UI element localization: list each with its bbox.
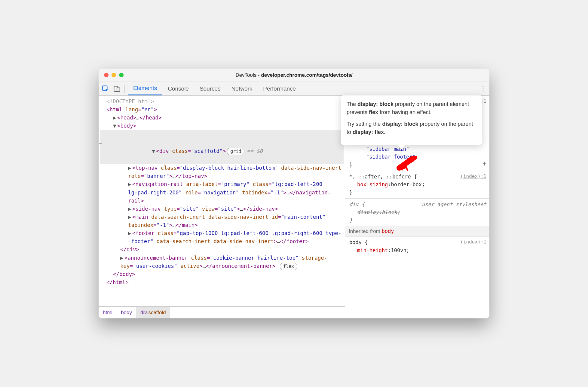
tooltip-paragraph-1: The display: block property on the paren… bbox=[347, 100, 476, 116]
annotation-arrow-icon bbox=[396, 156, 417, 175]
doctype-node[interactable]: <!DOCTYPE html> bbox=[100, 98, 344, 106]
navrail-node[interactable]: ▶<navigation-rail aria-label="primary" c… bbox=[100, 180, 344, 205]
rule-selector[interactable]: body { bbox=[349, 238, 368, 246]
tab-sources[interactable]: Sources bbox=[195, 82, 225, 95]
tooltip-paragraph-2: Try setting the display: block property … bbox=[347, 120, 476, 136]
rule-source-ua: user agent stylesheet bbox=[422, 200, 486, 208]
rule-body[interactable]: body { (index):1 min-height: 100vh; bbox=[345, 237, 489, 256]
crumb-div-scaffold[interactable]: div.scaffold bbox=[136, 307, 170, 318]
window-title-prefix: DevTools - bbox=[235, 72, 261, 78]
window-title: DevTools - developer.chrome.com/tags/dev… bbox=[99, 72, 489, 78]
rule-close: } bbox=[349, 189, 486, 197]
crumb-html[interactable]: html bbox=[99, 307, 117, 318]
titlebar: DevTools - developer.chrome.com/tags/dev… bbox=[99, 69, 489, 82]
eq-dollar-zero: == $0 bbox=[247, 148, 263, 154]
elements-panel: <!DOCTYPE html> <html lang="en"> ▶<head>… bbox=[99, 96, 345, 318]
breadcrumb: html body div.scaffold bbox=[99, 306, 345, 318]
body-close-node[interactable]: </body> bbox=[100, 270, 344, 278]
prop-min-height[interactable]: min-height: 100vh; bbox=[349, 246, 486, 254]
window-title-url: developer.chrome.com/tags/devtools/ bbox=[261, 72, 352, 78]
divider bbox=[124, 85, 125, 93]
sidenav-node[interactable]: ▶<side-nav type="site" view="site">…</si… bbox=[100, 205, 344, 213]
html-close-node[interactable]: </html> bbox=[100, 278, 344, 286]
tab-performance[interactable]: Performance bbox=[258, 82, 301, 95]
inherited-from-element[interactable]: body bbox=[382, 228, 394, 234]
rule-close: } bbox=[349, 161, 486, 169]
tab-elements[interactable]: Elements bbox=[128, 82, 162, 95]
device-toolbar-icon[interactable] bbox=[113, 85, 121, 93]
tab-network[interactable]: Network bbox=[227, 82, 257, 95]
add-rule-icon[interactable]: + bbox=[482, 159, 486, 169]
div-close-node[interactable]: </div> bbox=[100, 246, 344, 254]
rule-close: } bbox=[349, 216, 486, 224]
rule-selector[interactable]: div { bbox=[349, 200, 365, 208]
topnav-node[interactable]: ▶<top-nav class="display-block hairline-… bbox=[100, 164, 344, 180]
svg-rect-2 bbox=[117, 88, 120, 91]
tab-console[interactable]: Console bbox=[163, 82, 194, 95]
gta-value-2[interactable]: "sidebar main" bbox=[349, 145, 486, 153]
announcement-node[interactable]: ▶<announcement-banner class="cookie-bann… bbox=[100, 254, 344, 270]
html-open-node[interactable]: <html lang="en"> bbox=[100, 106, 344, 114]
tab-bar: Elements Console Sources Network Perform… bbox=[99, 82, 489, 96]
main-node[interactable]: ▶<main data-search-inert data-side-nav-i… bbox=[100, 213, 344, 229]
footer-node[interactable]: ▶<footer class="gap-top-1000 lg:pad-left… bbox=[100, 229, 344, 246]
node-actions-icon[interactable]: ⋯ bbox=[99, 139, 102, 147]
devtools-window: DevTools - developer.chrome.com/tags/dev… bbox=[99, 69, 489, 318]
prop-box-sizing[interactable]: box-sizing: border-box; bbox=[349, 181, 486, 188]
gta-value-3[interactable]: "sidebar footer"; bbox=[349, 153, 486, 161]
body-open-node[interactable]: ▼<body> bbox=[100, 122, 344, 130]
rule-source-link[interactable]: (index):1 bbox=[460, 173, 486, 181]
grid-badge[interactable]: grid bbox=[227, 148, 244, 155]
flex-badge[interactable]: flex bbox=[280, 263, 297, 270]
head-node[interactable]: ▶<head>…</head> bbox=[100, 114, 344, 122]
dom-tree[interactable]: <!DOCTYPE html> <html lang="en"> ▶<head>… bbox=[99, 96, 345, 306]
rule-source-link[interactable]: (index):1 bbox=[460, 238, 486, 246]
prop-display-block[interactable]: display: block; bbox=[349, 208, 486, 216]
rule-universal[interactable]: *, ::after, ::before { (index):1 box-siz… bbox=[345, 171, 489, 199]
inspect-element-icon[interactable] bbox=[102, 85, 109, 93]
rule-div-ua[interactable]: div { user agent stylesheet display: blo… bbox=[345, 199, 489, 226]
scaffold-node-selected[interactable]: ⋯ ▼<div class="scaffold">grid== $0 bbox=[100, 130, 344, 164]
more-tabs-icon[interactable]: ⋮ bbox=[480, 85, 486, 93]
hint-tooltip: The display: block property on the paren… bbox=[341, 95, 482, 145]
inherited-from-bar: Inherited from body bbox=[345, 226, 489, 237]
crumb-body[interactable]: body bbox=[117, 307, 136, 318]
